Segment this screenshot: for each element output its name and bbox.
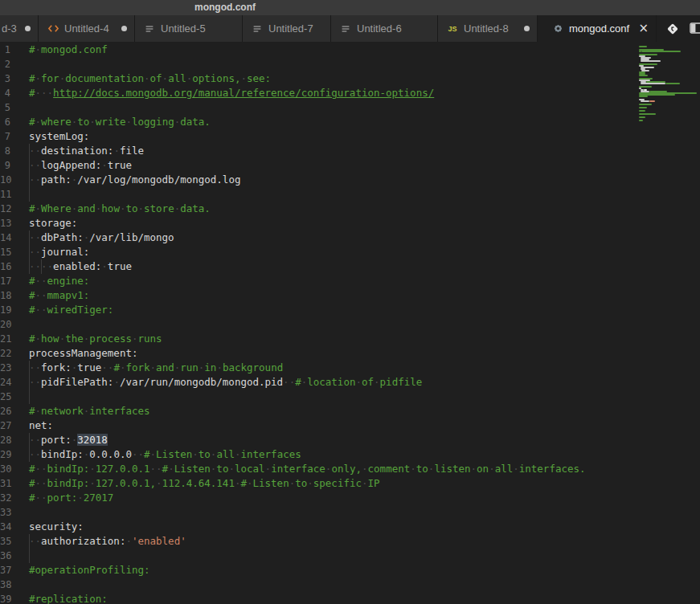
code-line[interactable]: 27net:: [0, 418, 700, 433]
line-number: 36: [0, 549, 10, 563]
line-number: 13: [0, 216, 10, 231]
code-line[interactable]: 19#··wiredTiger:: [0, 303, 700, 317]
code-line[interactable]: 12#·Where·and·how·to·store·data.: [0, 202, 700, 216]
line-number: 6: [0, 115, 10, 129]
line-number: 7: [0, 129, 10, 144]
line-number: 10: [0, 173, 10, 187]
tab-label: d-3: [2, 22, 17, 35]
code-line[interactable]: 25: [0, 390, 700, 404]
tab-untitled-4[interactable]: Untitled-4: [39, 15, 135, 42]
window-title: mongod.conf: [194, 2, 256, 13]
tab-label: Untitled-6: [357, 22, 402, 35]
code-line[interactable]: 3#·for·documentation·of·all·options,·see…: [0, 71, 700, 86]
tab-label: Untitled-8: [464, 22, 509, 35]
line-number: 33: [0, 505, 10, 520]
tab-label: Untitled-5: [161, 22, 206, 35]
code-line[interactable]: 1#·mongod.conf: [0, 43, 700, 57]
code-line[interactable]: 35··authorization:·'enabled': [0, 534, 700, 549]
code-line[interactable]: 2: [0, 57, 700, 71]
code-line[interactable]: 15··journal:: [0, 245, 700, 259]
tab-d-3[interactable]: d-3: [0, 15, 39, 42]
line-number: 21: [0, 332, 10, 346]
code-line[interactable]: 14··dbPath:·/var/lib/mongo: [0, 231, 700, 245]
line-number: 29: [0, 447, 10, 462]
code-line[interactable]: 36: [0, 549, 700, 563]
line-number: 37: [0, 563, 10, 577]
modified-dot: [25, 26, 31, 31]
line-number: 1: [0, 43, 10, 57]
line-number: 17: [0, 274, 10, 288]
code-line[interactable]: 33: [0, 505, 700, 520]
js-file-icon: JS: [446, 22, 459, 35]
code-editor[interactable]: 1#·mongod.conf23#·for·documentation·of·a…: [0, 42, 700, 604]
code-line[interactable]: 8··destination:·file: [0, 144, 700, 158]
tab-mongod-conf[interactable]: mongod.conf×: [538, 15, 657, 42]
code-line[interactable]: 37#operationProfiling:: [0, 563, 700, 577]
split-editor-icon[interactable]: [690, 22, 700, 35]
line-number: 8: [0, 144, 10, 158]
line-number: 2: [0, 57, 10, 71]
code-line[interactable]: 9··logAppend:·true: [0, 158, 700, 173]
line-number: 9: [0, 158, 10, 173]
line-number: 22: [0, 346, 10, 361]
code-line[interactable]: 32#··port:·27017: [0, 491, 700, 505]
line-number: 20: [0, 317, 10, 332]
window-titlebar: mongod.conf: [0, 0, 700, 15]
line-number: 19: [0, 303, 10, 317]
tab-label: Untitled-4: [64, 22, 109, 35]
close-icon[interactable]: ×: [638, 22, 649, 35]
code-line[interactable]: 4#···http://docs.mongodb.org/manual/refe…: [0, 86, 700, 100]
code-line[interactable]: 31#··bindIp:·127.0.0.1,·112.4.64.141·#·L…: [0, 476, 700, 491]
code-line[interactable]: 7systemLog:: [0, 129, 700, 144]
open-changes-icon[interactable]: [666, 22, 679, 35]
code-line[interactable]: 22processManagement:: [0, 346, 700, 361]
tab-untitled-6[interactable]: Untitled-6: [331, 15, 438, 42]
indent-guide: [29, 187, 30, 202]
code-line[interactable]: 29··bindIp:·0.0.0.0··#·Listen·to·all·int…: [0, 447, 700, 462]
line-number: 34: [0, 520, 10, 534]
indent-guide: [29, 390, 30, 404]
code-line[interactable]: 5: [0, 100, 700, 115]
code-line[interactable]: 21#·how·the·process·runs: [0, 332, 700, 346]
tab-untitled-8[interactable]: JSUntitled-8: [438, 15, 538, 42]
code-line[interactable]: 38: [0, 577, 700, 592]
code-line[interactable]: 11: [0, 187, 700, 202]
code-file-icon: [47, 22, 59, 35]
tab-bar: d-3Untitled-4Untitled-5Untitled-7Untitle…: [0, 15, 700, 42]
line-number: 15: [0, 245, 10, 259]
line-number: 18: [0, 288, 10, 303]
line-number: 16: [0, 259, 10, 274]
line-number: 39: [0, 592, 10, 604]
code-line[interactable]: 34security:: [0, 520, 700, 534]
code-line[interactable]: 23··fork:·true··#·fork·and·run·in·backgr…: [0, 361, 700, 375]
tab-untitled-7[interactable]: Untitled-7: [243, 15, 331, 42]
code-line[interactable]: 39#replication:: [0, 592, 700, 604]
code-line[interactable]: 10··path:·/var/log/mongodb/mongod.log: [0, 173, 700, 187]
line-number: 31: [0, 476, 10, 491]
code-line[interactable]: 13storage:: [0, 216, 700, 231]
code-line[interactable]: 17#··engine:: [0, 274, 700, 288]
code-line[interactable]: 26#·network·interfaces: [0, 404, 700, 418]
tab-label: mongod.conf: [569, 22, 629, 35]
line-number: 11: [0, 187, 10, 202]
line-number: 25: [0, 390, 10, 404]
line-number: 3: [0, 71, 10, 86]
code-line[interactable]: 20: [0, 317, 700, 332]
code-line[interactable]: 6#·where·to·write·logging·data.: [0, 115, 700, 129]
line-number: 32: [0, 491, 10, 505]
code-line[interactable]: 16····enabled:·true: [0, 259, 700, 274]
line-number: 14: [0, 231, 10, 245]
code-line[interactable]: 18#··mmapv1:: [0, 288, 700, 303]
code-line[interactable]: 30#··bindIp:·127.0.0.1··#·Listen·to·loca…: [0, 462, 700, 476]
code-line[interactable]: 24··pidFilePath:·/var/run/mongodb/mongod…: [0, 375, 700, 390]
text-file-icon: [339, 22, 352, 35]
tab-actions: [666, 15, 700, 42]
indent-guide: [29, 549, 30, 563]
line-number: 23: [0, 361, 10, 375]
line-number: 4: [0, 86, 10, 100]
text-file-icon: [143, 22, 156, 35]
minimap[interactable]: [639, 46, 700, 126]
tab-untitled-5[interactable]: Untitled-5: [135, 15, 243, 42]
line-number: 24: [0, 375, 10, 390]
code-line[interactable]: 28··port:·32018: [0, 433, 700, 447]
